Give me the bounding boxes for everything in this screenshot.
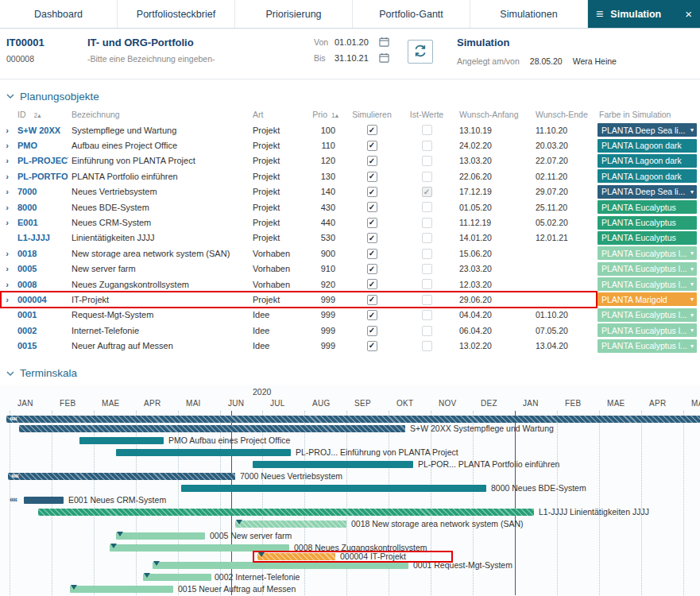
bar-000004[interactable] [257, 553, 335, 560]
bar-7000[interactable] [8, 473, 235, 480]
bar-pl-portfolio[interactable] [253, 461, 413, 468]
bar-0002[interactable] [143, 574, 211, 581]
color-dropdown[interactable]: PLANTA Eucalyptus l... ▾ [598, 308, 697, 322]
col-art[interactable]: Art [246, 110, 308, 119]
table-row[interactable]: › 000004 IT-Projekt Projekt 999 ✓ 29.06.… [0, 292, 700, 307]
cell-id[interactable]: 8000 [14, 203, 68, 212]
expand-icon[interactable]: › [0, 187, 14, 196]
color-dropdown[interactable]: PLANTA Deep Sea li... ▾ [598, 185, 697, 199]
ist-werte-checkbox[interactable] [422, 172, 432, 182]
simulieren-checkbox[interactable]: ✓ [367, 279, 377, 289]
calendar-icon[interactable] [379, 52, 389, 63]
cell-id[interactable]: 0015 [14, 341, 68, 350]
bar-sw-20xx[interactable] [19, 425, 405, 432]
bar-l1-jjjj[interactable] [38, 509, 534, 516]
simulieren-checkbox[interactable]: ✓ [367, 326, 377, 336]
bar-portfolio-summary[interactable] [6, 416, 700, 423]
expand-icon[interactable]: › [0, 141, 14, 150]
simulieren-checkbox[interactable]: ✓ [367, 310, 377, 320]
table-row[interactable]: 0015 Neuer Auftrag auf Messen Idee 999 ✓… [0, 338, 700, 353]
ist-werte-checkbox[interactable] [422, 125, 432, 135]
col-id[interactable]: ID [17, 110, 26, 119]
table-row[interactable]: › E001 Neues CRM-System Projekt 440 ✓ 11… [0, 215, 700, 230]
cell-id[interactable]: 0005 [14, 264, 68, 273]
collapse-chevron-icon[interactable] [6, 91, 14, 101]
table-row[interactable]: › 0018 New storage area network system (… [0, 246, 700, 261]
portfolio-name-input[interactable]: -Bitte eine Bezeichnung eingeben- [87, 54, 314, 64]
table-row[interactable]: › S+W 20XX Systempflege und Wartung Proj… [0, 122, 700, 137]
expand-icon[interactable]: › [0, 295, 14, 304]
table-row[interactable]: › 0008 Neues Zugangskontrollsystem Vorha… [0, 277, 700, 292]
simulieren-checkbox[interactable]: ✓ [367, 233, 377, 243]
terminskala-section-header[interactable]: Terminskala [0, 365, 700, 382]
von-date-field[interactable]: 01.01.20 [335, 37, 379, 47]
expand-icon[interactable]: › [0, 218, 14, 227]
col-wunsch-anfang[interactable]: Wunsch-Anfang [453, 110, 529, 119]
bar-pmo[interactable] [79, 437, 164, 444]
bis-date-field[interactable]: 31.10.21 [335, 53, 379, 63]
color-dropdown[interactable]: PLANTA Eucalyptus l... ▾ [598, 277, 697, 291]
color-dropdown[interactable]: PLANTA Deep Sea li... ▾ [598, 123, 697, 137]
simulieren-checkbox[interactable]: ✓ [367, 141, 377, 151]
color-dropdown[interactable]: PLANTA Lagoon dark [598, 154, 697, 168]
cell-id[interactable]: PMO [14, 141, 68, 150]
simulieren-checkbox[interactable]: ✓ [367, 264, 377, 274]
nav-tab-simulationen[interactable]: Simulationen [470, 0, 588, 28]
recalculate-button[interactable] [408, 40, 433, 64]
close-icon[interactable]: × [685, 8, 692, 20]
table-row[interactable]: L1-JJJJ Linientätigkeiten JJJJ Projekt 5… [0, 230, 700, 246]
ist-werte-checkbox[interactable]: ✓ [422, 187, 432, 197]
tab-simulation-active[interactable]: ≡ Simulation × [588, 0, 700, 28]
simulieren-checkbox[interactable]: ✓ [367, 249, 377, 259]
color-dropdown[interactable]: PLANTA Eucalyptus [598, 231, 697, 245]
cell-id[interactable]: 0001 [14, 310, 68, 319]
nav-tab-portfoliosteckbrief[interactable]: Portfoliosteckbrief [118, 0, 235, 28]
expand-icon[interactable]: › [0, 126, 14, 135]
color-dropdown[interactable]: PLANTA Eucalyptus l... ▾ [598, 323, 697, 337]
nav-tab-dashboard[interactable]: Dashboard [0, 0, 118, 28]
color-dropdown[interactable]: PLANTA Lagoon dark [598, 169, 697, 183]
table-row[interactable]: › PL-PROJECT Einführung von PLANTA Proje… [0, 153, 700, 168]
simulieren-checkbox[interactable]: ✓ [367, 202, 377, 212]
collapse-chevron-icon[interactable] [6, 369, 14, 378]
table-row[interactable]: › 7000 Neues Vertriebsystem Projekt 140 … [0, 184, 700, 199]
bar-0018[interactable] [235, 521, 346, 528]
calendar-icon[interactable] [379, 37, 389, 47]
color-dropdown[interactable]: PLANTA Eucalyptus l... ▾ [598, 339, 697, 353]
color-dropdown[interactable]: PLANTA Eucalyptus l... ▾ [598, 246, 697, 260]
ist-werte-checkbox[interactable] [422, 249, 432, 259]
ist-werte-checkbox[interactable] [422, 310, 432, 320]
color-dropdown[interactable]: PLANTA Eucalyptus [598, 200, 697, 214]
table-row[interactable]: 0001 Request-Mgt-System Idee 999 ✓ 04.04… [0, 308, 700, 323]
bar-0008[interactable] [110, 544, 289, 551]
color-dropdown[interactable]: PLANTA Eucalyptus [598, 216, 697, 230]
simulieren-checkbox[interactable]: ✓ [367, 187, 377, 197]
ist-werte-checkbox[interactable] [422, 202, 432, 212]
simulieren-checkbox[interactable]: ✓ [367, 295, 377, 305]
bar-0001[interactable] [153, 562, 408, 569]
table-row[interactable]: › 0005 New server farm Vorhaben 910 ✓ 23… [0, 261, 700, 277]
col-prio[interactable]: Prio [312, 110, 327, 119]
nav-tab-priorisierung[interactable]: Priorisierung [235, 0, 353, 28]
ist-werte-checkbox[interactable] [422, 141, 432, 151]
expand-icon[interactable]: › [0, 156, 14, 165]
expand-icon[interactable]: › [0, 264, 14, 273]
table-row[interactable]: › 8000 Neues BDE-System Projekt 430 ✓ 01… [0, 199, 700, 215]
table-row[interactable]: › PL-PORTFO... PLANTA Portfolio einführe… [0, 168, 700, 184]
col-simulieren[interactable]: Simulieren [343, 110, 400, 119]
color-dropdown[interactable]: PLANTA Eucalyptus l... ▾ [598, 262, 697, 276]
cell-id[interactable]: L1-JJJJ [14, 233, 68, 242]
expand-icon[interactable]: › [0, 249, 14, 258]
cell-id[interactable]: PL-PORTFO... [14, 172, 68, 181]
bar-0015[interactable] [70, 586, 173, 593]
cell-id[interactable]: 0008 [14, 280, 68, 289]
simulieren-checkbox[interactable]: ✓ [367, 172, 377, 182]
expand-icon[interactable]: › [0, 172, 14, 181]
simulieren-checkbox[interactable]: ✓ [367, 156, 377, 166]
cell-id[interactable]: PL-PROJECT [14, 156, 68, 165]
menu-icon[interactable]: ≡ [596, 8, 603, 21]
color-dropdown[interactable]: PLANTA Marigold ▾ [598, 292, 697, 306]
cell-id[interactable]: 0002 [14, 326, 68, 335]
simulieren-checkbox[interactable]: ✓ [367, 341, 377, 351]
ist-werte-checkbox[interactable] [422, 326, 432, 336]
